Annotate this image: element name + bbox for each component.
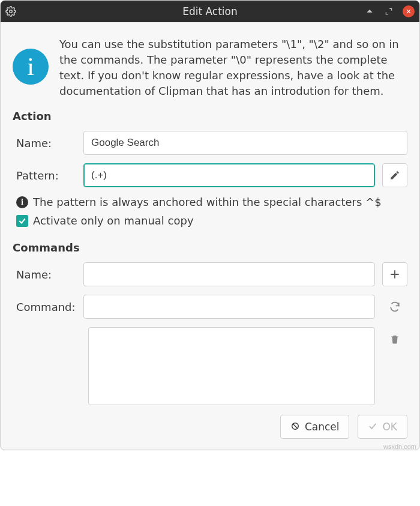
action-name-label: Name:	[16, 137, 76, 149]
action-pattern-input[interactable]	[83, 163, 375, 187]
cancel-label: Cancel	[305, 421, 340, 433]
cancel-icon	[290, 421, 300, 433]
edit-pattern-button[interactable]	[382, 163, 407, 187]
action-pattern-label: Pattern:	[16, 169, 76, 182]
action-pattern-row: Pattern:	[13, 163, 407, 187]
commands-heading: Commands	[13, 241, 407, 254]
info-small-icon: i	[16, 196, 28, 208]
cancel-button[interactable]: Cancel	[280, 415, 350, 439]
close-icon[interactable]	[403, 5, 415, 17]
action-name-row: Name:	[13, 131, 407, 155]
pattern-note: i The pattern is always anchored within …	[13, 196, 407, 208]
window-title: Edit Action	[1, 5, 419, 17]
svg-point-0	[10, 10, 13, 13]
command-name-row: Name:	[13, 262, 407, 286]
command-value-row: Command:	[13, 295, 407, 319]
command-list-row	[13, 327, 407, 405]
command-list[interactable]	[88, 327, 375, 405]
window-up-icon[interactable]	[364, 6, 375, 17]
manual-copy-checkbox[interactable]	[16, 215, 28, 227]
gear-icon[interactable]	[5, 6, 16, 17]
edit-action-dialog: Edit Action i You can use the substituti…	[0, 0, 420, 450]
add-command-button[interactable]	[382, 262, 407, 286]
window-maximize-icon[interactable]	[383, 6, 394, 17]
action-name-input[interactable]	[83, 131, 407, 155]
dialog-buttons: Cancel OK	[13, 409, 407, 439]
ok-button[interactable]: OK	[358, 415, 407, 439]
intro-text: You can use the substitution parameters …	[59, 37, 407, 99]
command-value-label: Command:	[16, 301, 76, 313]
intro-section: i You can use the substitution parameter…	[13, 37, 407, 99]
delete-command-button[interactable]	[382, 327, 407, 351]
watermark: wsxdn.com	[383, 443, 416, 450]
info-icon: i	[13, 49, 49, 85]
pattern-note-text: The pattern is always anchored within th…	[33, 196, 382, 208]
ok-label: OK	[382, 421, 397, 433]
manual-copy-row[interactable]: Activate only on manual copy	[13, 214, 407, 227]
command-name-label: Name:	[16, 268, 76, 281]
action-heading: Action	[13, 110, 407, 122]
titlebar: Edit Action	[1, 1, 419, 22]
command-value-input[interactable]	[83, 295, 375, 319]
dialog-content: i You can use the substitution parameter…	[1, 22, 419, 450]
refresh-command-button[interactable]	[382, 295, 407, 319]
ok-icon	[368, 421, 377, 433]
command-name-input[interactable]	[83, 262, 375, 286]
manual-copy-label: Activate only on manual copy	[33, 214, 194, 227]
